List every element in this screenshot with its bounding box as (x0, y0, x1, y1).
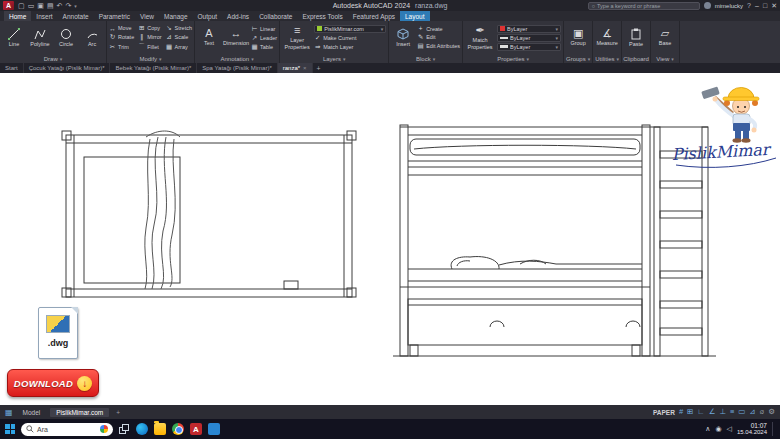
drawers[interactable] (408, 299, 642, 345)
curtain-sketch[interactable] (145, 131, 180, 289)
ribbon-tab-insert[interactable]: Insert (31, 11, 57, 21)
array-tool-button[interactable]: ▦Array (166, 42, 192, 51)
autocad-taskbar-icon[interactable]: A (190, 423, 202, 435)
help-search-input[interactable]: ○ Type a keyword or phrase (588, 2, 700, 10)
file-explorer-icon[interactable] (154, 423, 166, 435)
ribbon-tab-express-tools[interactable]: Express Tools (297, 11, 347, 21)
panel-label-clipboard[interactable]: Clipboard (622, 54, 650, 63)
lineweight-dropdown[interactable]: ByLayer ▾ (497, 43, 561, 51)
drawing-svg[interactable]: PislikMimar (0, 73, 780, 405)
panel-label-properties[interactable]: Properties▾ (463, 54, 563, 63)
taskbar-clock[interactable]: 01:07 15.04.2024 (737, 422, 767, 436)
snap-toggle-icon[interactable]: ⊞ (687, 408, 693, 416)
match-layer-button[interactable]: ⇒Match Layer (314, 43, 386, 51)
panel-label-layers[interactable]: Layers▾ (280, 54, 388, 63)
ribbon-tab-annotate[interactable]: Annotate (58, 11, 94, 21)
panel-label-annotation[interactable]: Annotation▾ (195, 54, 279, 63)
ribbon-tab-addins[interactable]: Add-ins (222, 11, 254, 21)
create-block-button[interactable]: +Create (417, 25, 460, 32)
ribbon-tab-collaborate[interactable]: Collaborate (254, 11, 297, 21)
leader-button[interactable]: ↗Leader (251, 34, 277, 42)
mirror-tool-button[interactable]: ∥Mirror (138, 33, 161, 41)
line-tool-button[interactable]: Line (2, 22, 26, 53)
grid-toggle-icon[interactable]: # (679, 408, 683, 416)
rotate-tool-button[interactable]: ↻Rotate (109, 33, 134, 41)
measure-button[interactable]: ∡ Measure (595, 22, 619, 53)
ribbon-tab-manage[interactable]: Manage (159, 11, 193, 21)
match-properties-button[interactable]: ✒ Match Properties (465, 22, 495, 53)
network-icon[interactable]: ◉ (715, 425, 721, 433)
download-button[interactable]: DOWNLOAD ↓ (7, 369, 99, 397)
ribbon-tab-layout[interactable]: Layout (400, 11, 430, 21)
model-tab[interactable]: Model (17, 408, 47, 417)
signed-in-user[interactable]: mimelucky (715, 3, 743, 9)
scale-tool-button[interactable]: ⊿Scale (166, 33, 192, 41)
file-tab-spa-yatagi[interactable]: Spa Yatağı (Pislik Mimar)* (197, 63, 277, 73)
edge-browser-icon[interactable] (136, 423, 148, 435)
undo-icon[interactable]: ↶ (57, 1, 63, 11)
notification-center-button[interactable] (772, 422, 775, 436)
new-layout-button[interactable]: + (113, 409, 123, 416)
circle-tool-button[interactable]: Circle (54, 22, 78, 53)
file-tab-cocuk-yatagi[interactable]: Çocuk Yatağı (Pislik Mimar)* (24, 63, 111, 73)
chrome-browser-icon[interactable] (172, 423, 184, 435)
panel-label-view[interactable]: View▾ (651, 54, 679, 63)
start-button[interactable] (5, 424, 15, 434)
bunkbed-side-view[interactable] (393, 125, 716, 356)
minimize-button[interactable]: – (755, 2, 759, 10)
dynamic-input-icon[interactable]: ▭ (738, 408, 745, 416)
layer-dropdown[interactable]: PislikMimar.com ▾ (314, 25, 386, 33)
new-tab-button[interactable]: + (313, 63, 325, 73)
panel-label-groups[interactable]: Groups▾ (564, 54, 592, 63)
layer-properties-button[interactable]: ≡ Layer Properties (282, 22, 312, 53)
layout-tab-pislikmimar[interactable]: PislikMimar.com (50, 408, 109, 417)
panel-label-modify[interactable]: Modify▾ (107, 54, 194, 63)
close-icon[interactable]: × (303, 65, 307, 71)
task-view-button[interactable] (119, 424, 130, 435)
volume-icon[interactable]: ◁ (727, 425, 732, 433)
autocad-logo-icon[interactable]: A (3, 1, 14, 10)
close-button[interactable]: ✕ (771, 2, 777, 10)
ortho-toggle-icon[interactable]: ∟ (697, 408, 704, 416)
file-tab-bebek-yatagi[interactable]: Bebek Yatağı (Pislik Mimar)* (110, 63, 197, 73)
table-button[interactable]: ▦Table (251, 43, 277, 51)
panel-label-utilities[interactable]: Utilities▾ (593, 54, 621, 63)
copy-tool-button[interactable]: ⊞Copy (138, 24, 161, 32)
make-current-button[interactable]: ✓Make Current (314, 34, 386, 42)
isolate-objects-icon[interactable]: ⌀ (760, 408, 765, 416)
drawing-area[interactable]: PislikMimar .dwg DOWNLOAD ↓ (0, 73, 780, 405)
ribbon-tab-parametric[interactable]: Parametric (94, 11, 135, 21)
dimension-tool-button[interactable]: ↔ Dimension (223, 22, 249, 53)
panel-label-block[interactable]: Block▾ (389, 54, 462, 63)
paste-button[interactable]: Paste (624, 22, 648, 53)
arc-tool-button[interactable]: Arc (80, 22, 104, 53)
linetype-dropdown[interactable]: ByLayer ▾ (497, 34, 561, 42)
new-file-icon[interactable]: ▢ (18, 1, 25, 11)
ribbon-tab-featured-apps[interactable]: Featured Apps (348, 11, 400, 21)
ribbon-tab-view[interactable]: View (135, 11, 159, 21)
base-view-button[interactable]: ▱ Base (653, 22, 677, 53)
plot-icon[interactable]: ▤ (47, 1, 54, 11)
redo-icon[interactable]: ↷ (65, 1, 71, 11)
pinned-app-icon[interactable] (208, 423, 220, 435)
panel-label-draw[interactable]: Draw▾ (0, 54, 106, 63)
pillow-and-blanket[interactable] (451, 257, 642, 269)
tray-chevron-icon[interactable]: ∧ (705, 425, 710, 433)
customization-gear-icon[interactable]: ⚙ (768, 408, 775, 416)
annotation-scale-icon[interactable]: ⊿ (749, 408, 755, 416)
taskbar-search-input[interactable]: Ara (21, 423, 113, 436)
open-file-icon[interactable]: ▭ (28, 1, 35, 11)
edit-block-button[interactable]: ✎Edit (417, 33, 460, 41)
polyline-tool-button[interactable]: Polyline (28, 22, 52, 53)
stretch-tool-button[interactable]: ↘Stretch (166, 24, 192, 32)
file-tab-ranza[interactable]: ranza*× (278, 63, 313, 73)
ribbon-tab-home[interactable]: Home (4, 11, 31, 21)
polar-tracking-icon[interactable]: ∠ (709, 408, 716, 416)
chevron-down-icon[interactable]: ▾ (74, 1, 77, 11)
paper-space-indicator[interactable]: PAPER (653, 409, 675, 416)
maximize-button[interactable]: □ (763, 2, 767, 10)
trim-tool-button[interactable]: ✂Trim (109, 42, 134, 51)
group-button[interactable]: ▣ Group (566, 22, 590, 53)
move-tool-button[interactable]: ↔Move (109, 24, 134, 32)
fillet-tool-button[interactable]: ⌒Fillet (138, 42, 161, 51)
